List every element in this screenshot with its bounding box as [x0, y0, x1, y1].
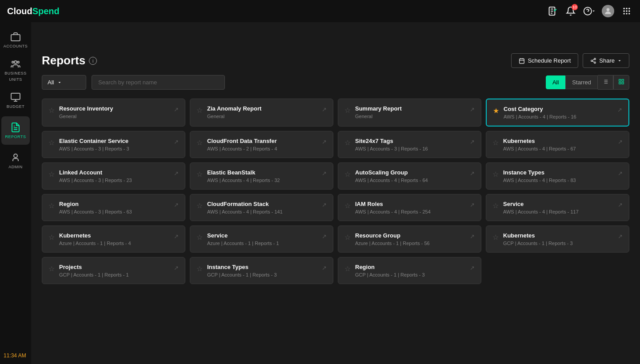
external-link-icon[interactable]: ↗	[322, 202, 327, 208]
tasks-icon[interactable]	[546, 5, 558, 17]
star-button[interactable]: ☆	[344, 202, 351, 210]
star-button[interactable]: ☆	[344, 265, 351, 273]
report-meta: General	[355, 114, 465, 119]
external-link-icon[interactable]: ↗	[617, 107, 622, 113]
schedule-report-button[interactable]: Schedule Report	[511, 53, 578, 68]
topnav-right: 10	[546, 5, 633, 17]
external-link-icon[interactable]: ↗	[618, 138, 623, 145]
external-link-icon[interactable]: ↗	[174, 170, 179, 177]
star-button[interactable]: ☆	[48, 265, 55, 273]
external-link-icon[interactable]: ↗	[322, 106, 327, 113]
external-link-icon[interactable]: ↗	[322, 138, 327, 145]
search-input[interactable]	[92, 75, 225, 90]
report-card[interactable]: ☆ Kubernetes GCP | Accounts - 1 | Report…	[486, 226, 629, 253]
report-card[interactable]: ☆ Zia Anomaly Report General ↗	[190, 99, 333, 127]
report-card[interactable]: ☆ CloudFormation Stack AWS | Accounts - …	[190, 194, 333, 221]
star-button[interactable]: ☆	[344, 233, 351, 241]
grid-view-button[interactable]	[613, 75, 629, 90]
external-link-icon[interactable]: ↗	[470, 106, 475, 113]
report-card[interactable]: ☆ Instance Types GCP | Accounts - 1 | Re…	[190, 257, 333, 284]
help-icon[interactable]	[583, 5, 596, 17]
star-button[interactable]: ☆	[48, 233, 55, 241]
sidebar-item-accounts[interactable]: ACCOUNTS	[1, 26, 30, 54]
report-name: AutoScaling Group	[355, 169, 465, 176]
report-card[interactable]: ☆ Linked Account AWS | Accounts - 3 | Re…	[42, 162, 185, 190]
star-button[interactable]: ☆	[196, 106, 203, 115]
star-button[interactable]: ☆	[196, 138, 203, 147]
star-button[interactable]: ☆	[492, 233, 499, 241]
star-button[interactable]: ☆	[344, 170, 351, 178]
notification-icon[interactable]: 10	[564, 5, 577, 17]
report-card[interactable]: ☆ Region AWS | Accounts - 3 | Reports - …	[42, 194, 185, 221]
sidebar-label-admin: ADMIN	[8, 165, 23, 169]
star-button[interactable]: ☆	[48, 202, 55, 210]
share-button[interactable]: Share	[583, 53, 629, 68]
star-button[interactable]: ☆	[48, 106, 55, 115]
external-link-icon[interactable]: ↗	[174, 202, 179, 208]
report-card[interactable]: ☆ Region GCP | Accounts - 1 | Reports - …	[338, 257, 481, 284]
star-button[interactable]: ☆	[492, 170, 499, 178]
toggle-all-button[interactable]: All	[546, 75, 565, 89]
apps-icon[interactable]	[620, 5, 633, 17]
report-card[interactable]: ☆ Service Azure | Accounts - 1 | Reports…	[190, 226, 333, 253]
star-button[interactable]: ☆	[48, 138, 55, 147]
star-button[interactable]: ☆	[196, 233, 203, 241]
report-card[interactable]: ☆ Elastic Container Service AWS | Accoun…	[42, 131, 185, 158]
report-card[interactable]: ☆ Instance Types AWS | Accounts - 4 | Re…	[486, 162, 629, 190]
star-button[interactable]: ☆	[344, 106, 351, 115]
sidebar-item-budget[interactable]: BUDGET	[1, 86, 30, 115]
external-link-icon[interactable]: ↗	[174, 265, 179, 271]
external-link-icon[interactable]: ↗	[618, 170, 623, 177]
external-link-icon[interactable]: ↗	[470, 265, 475, 271]
star-button[interactable]: ☆	[344, 138, 351, 147]
report-card[interactable]: ☆ IAM Roles AWS | Accounts - 4 | Reports…	[338, 194, 481, 221]
avatar[interactable]	[602, 5, 614, 17]
report-info: Elastic Container Service AWS | Accounts…	[59, 138, 169, 151]
report-card[interactable]: ☆ Kubernetes Azure | Accounts - 1 | Repo…	[42, 226, 185, 253]
star-button[interactable]: ☆	[196, 170, 203, 178]
list-view-button[interactable]	[598, 75, 613, 90]
report-meta: AWS | Accounts - 4 | Reports - 16	[504, 114, 613, 119]
external-link-icon[interactable]: ↗	[174, 233, 179, 240]
external-link-icon[interactable]: ↗	[174, 138, 179, 145]
star-button[interactable]: ☆	[196, 202, 203, 210]
external-link-icon[interactable]: ↗	[470, 138, 475, 145]
external-link-icon[interactable]: ↗	[322, 265, 327, 271]
star-button[interactable]: ☆	[196, 265, 203, 273]
report-card[interactable]: ☆ Resource Group Azure | Accounts - 1 | …	[338, 226, 481, 253]
toggle-starred-button[interactable]: Starred	[565, 75, 598, 89]
filter-select[interactable]: All	[42, 75, 86, 90]
report-name: Instance Types	[207, 264, 317, 270]
report-card[interactable]: ☆ Summary Report General ↗	[338, 99, 481, 127]
external-link-icon[interactable]: ↗	[322, 170, 327, 177]
star-button[interactable]: ☆	[492, 202, 499, 210]
star-button[interactable]: ☆	[492, 138, 499, 147]
external-link-icon[interactable]: ↗	[470, 170, 475, 177]
star-button[interactable]: ☆	[48, 170, 55, 178]
external-link-icon[interactable]: ↗	[470, 233, 475, 240]
report-card[interactable]: ☆ CloudFront Data Transfer AWS | Account…	[190, 131, 333, 158]
report-card[interactable]: ☆ Projects GCP | Accounts - 1 | Reports …	[42, 257, 185, 284]
report-info: Resource Inventory General	[59, 105, 169, 119]
report-name: Service	[207, 232, 317, 239]
sidebar-item-reports[interactable]: REPORTS	[1, 116, 30, 145]
info-icon[interactable]: i	[89, 57, 97, 65]
sidebar-item-business-units[interactable]: BUSINESS UNITS	[1, 56, 30, 84]
report-card[interactable]: ☆ AutoScaling Group AWS | Accounts - 4 |…	[338, 162, 481, 190]
external-link-icon[interactable]: ↗	[618, 233, 623, 240]
external-link-icon[interactable]: ↗	[174, 106, 179, 113]
external-link-icon[interactable]: ↗	[322, 233, 327, 240]
report-card[interactable]: ★ Cost Category AWS | Accounts - 4 | Rep…	[486, 99, 629, 127]
sidebar-item-admin[interactable]: ADMIN	[1, 146, 30, 175]
external-link-icon[interactable]: ↗	[618, 202, 623, 208]
report-card[interactable]: ☆ Elastic BeanStalk AWS | Accounts - 4 |…	[190, 162, 333, 190]
report-info: Kubernetes GCP | Accounts - 1 | Reports …	[503, 232, 613, 246]
external-link-icon[interactable]: ↗	[470, 202, 475, 208]
report-card[interactable]: ☆ Site24x7 Tags AWS | Accounts - 3 | Rep…	[338, 131, 481, 158]
report-card[interactable]: ☆ Kubernetes AWS | Accounts - 4 | Report…	[486, 131, 629, 158]
star-button[interactable]: ★	[493, 107, 499, 115]
report-card[interactable]: ☆ Service AWS | Accounts - 4 | Reports -…	[486, 194, 629, 221]
report-card[interactable]: ☆ Resource Inventory General ↗	[42, 99, 185, 127]
logo[interactable]: CloudSpend	[7, 6, 60, 16]
report-info: Site24x7 Tags AWS | Accounts - 3 | Repor…	[355, 138, 465, 151]
